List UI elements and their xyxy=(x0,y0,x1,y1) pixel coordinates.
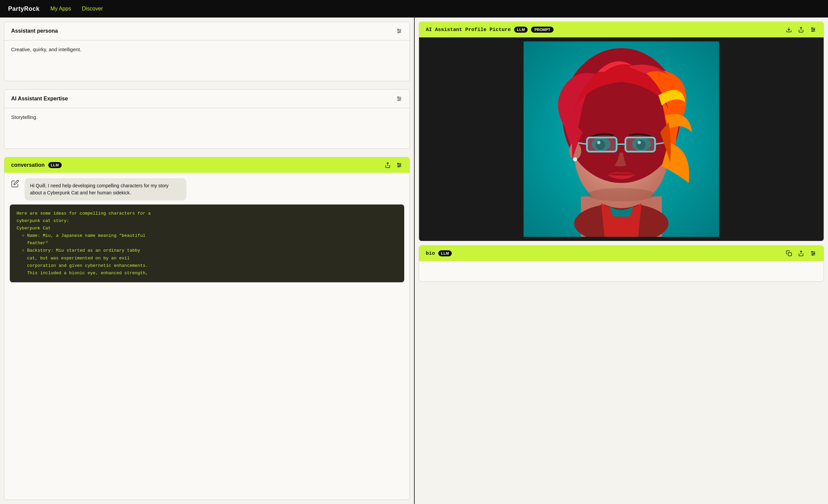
nav-discover[interactable]: Discover xyxy=(82,6,103,12)
svg-point-47 xyxy=(573,157,577,161)
bio-settings-button[interactable] xyxy=(809,250,817,257)
svg-point-56 xyxy=(812,254,813,255)
conversation-badge: LLM xyxy=(48,162,62,168)
svg-point-25 xyxy=(814,29,815,30)
bio-header: bio LLM xyxy=(419,246,824,261)
image-share-button[interactable] xyxy=(797,26,805,33)
svg-point-10 xyxy=(400,98,401,99)
svg-point-5 xyxy=(398,32,399,33)
expertise-title: AI Assistant Expertise xyxy=(11,96,68,102)
persona-header: Assistant persona xyxy=(4,22,410,40)
expertise-header: AI Assistant Expertise xyxy=(4,90,410,108)
expertise-settings-button[interactable] xyxy=(395,95,403,102)
generated-image xyxy=(423,41,820,237)
conversation-share-button[interactable] xyxy=(384,161,391,169)
svg-point-4 xyxy=(400,31,401,32)
svg-point-17 xyxy=(400,165,401,166)
image-download-button[interactable] xyxy=(785,26,793,33)
svg-rect-45 xyxy=(626,138,654,151)
persona-value: Creative, quirky, and intelligent. xyxy=(11,46,81,52)
image-body xyxy=(419,37,824,241)
svg-point-24 xyxy=(812,28,813,29)
main-content: Assistant persona Creative, quirky, and … xyxy=(0,18,828,504)
user-bubble: Hi Quill, I need help developing compell… xyxy=(25,178,186,200)
svg-point-18 xyxy=(398,166,399,167)
svg-rect-49 xyxy=(788,253,792,256)
user-message-text: Hi Quill, I need help developing compell… xyxy=(30,183,169,195)
image-actions xyxy=(785,26,817,33)
expertise-widget: AI Assistant Expertise Storytelling. xyxy=(4,89,410,149)
conversation-title: conversation xyxy=(11,162,45,168)
bio-widget: bio LLM xyxy=(419,245,824,282)
left-column: Assistant persona Creative, quirky, and … xyxy=(0,18,414,504)
svg-point-3 xyxy=(398,29,399,30)
user-message: Hi Quill, I need help developing compell… xyxy=(10,178,404,200)
image-header: AI Assistant Profile Picture LLM PROMPT xyxy=(419,22,824,37)
nav-my-apps[interactable]: My Apps xyxy=(51,6,71,12)
bio-actions xyxy=(785,250,817,257)
ai-response-text: Here are some ideas for compelling chara… xyxy=(17,210,397,277)
persona-settings-button[interactable] xyxy=(395,27,403,35)
conversation-body: Hi Quill, I need help developing compell… xyxy=(4,173,410,288)
right-column: AI Assistant Profile Picture LLM PROMPT xyxy=(414,18,828,504)
navigation: PartyRock My Apps Discover xyxy=(0,0,828,18)
conversation-title-group: conversation LLM xyxy=(11,162,62,168)
svg-point-16 xyxy=(398,163,399,164)
svg-point-54 xyxy=(812,251,813,252)
conversation-settings-button[interactable] xyxy=(395,161,403,169)
expertise-body: Storytelling. xyxy=(4,108,410,149)
persona-body: Creative, quirky, and intelligent. xyxy=(4,40,410,81)
bio-share-button[interactable] xyxy=(797,250,805,257)
persona-title: Assistant persona xyxy=(11,28,58,34)
conversation-actions xyxy=(384,161,403,169)
edit-icon xyxy=(10,178,21,189)
image-title-group: AI Assistant Profile Picture LLM PROMPT xyxy=(426,27,554,33)
logo: PartyRock xyxy=(8,5,40,12)
svg-rect-44 xyxy=(588,138,616,151)
bio-title: bio xyxy=(426,251,435,256)
svg-point-55 xyxy=(814,253,815,254)
image-badge-prompt: PROMPT xyxy=(531,27,554,33)
bio-body xyxy=(419,261,824,281)
svg-point-11 xyxy=(398,100,399,101)
expertise-value: Storytelling. xyxy=(11,114,37,120)
image-title: AI Assistant Profile Picture xyxy=(426,27,511,33)
image-widget: AI Assistant Profile Picture LLM PROMPT xyxy=(419,22,824,241)
bio-title-group: bio LLM xyxy=(426,250,452,256)
svg-point-9 xyxy=(398,97,399,98)
persona-widget: Assistant persona Creative, quirky, and … xyxy=(4,22,410,81)
svg-point-26 xyxy=(812,31,813,32)
image-badge-llm: LLM xyxy=(514,27,528,33)
ai-response: Here are some ideas for compelling chara… xyxy=(10,204,404,282)
image-settings-button[interactable] xyxy=(809,26,817,33)
conversation-widget: conversation LLM xyxy=(4,157,410,500)
bio-copy-button[interactable] xyxy=(785,250,793,257)
svg-point-48 xyxy=(588,188,655,201)
conversation-header: conversation LLM xyxy=(4,157,410,173)
bio-badge: LLM xyxy=(438,250,452,256)
